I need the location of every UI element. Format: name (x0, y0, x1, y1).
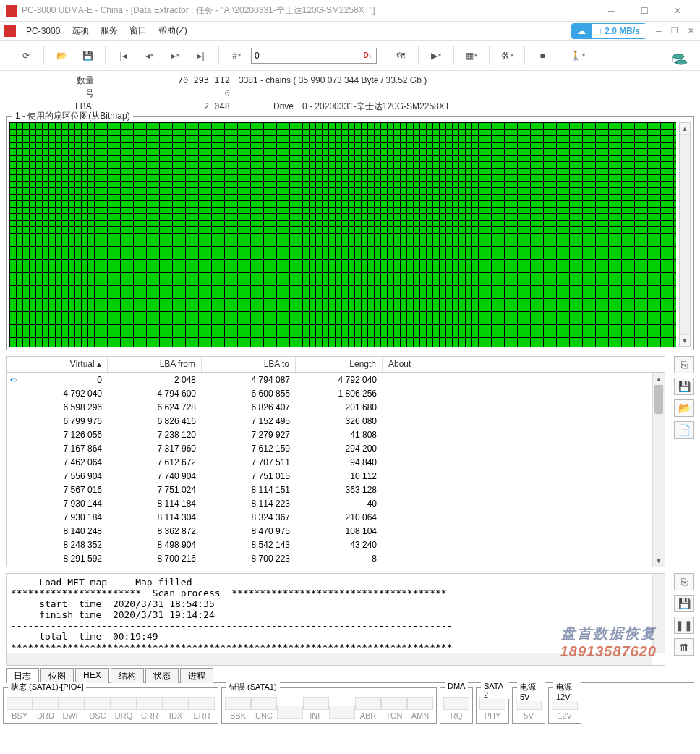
mdi-close-button[interactable]: ✕ (684, 25, 697, 38)
grid-view-button[interactable]: ▦ (460, 44, 483, 67)
table-header: Virtual ▴LBA fromLBA toLengthAbout (7, 357, 665, 373)
table-cell: 8 114 151 (202, 485, 296, 495)
tab-1[interactable]: 位图 (40, 668, 74, 683)
tab-3[interactable]: 结构 (111, 668, 144, 683)
table-cell: 8 324 367 (202, 512, 296, 522)
table-cell: 8 498 904 (108, 540, 202, 550)
scroll-up-icon[interactable]: ▲ (653, 373, 665, 385)
scroll-down-icon[interactable]: ▼ (653, 554, 665, 567)
log-pause-button[interactable]: ❚❚ (674, 617, 694, 634)
column-header[interactable]: Virtual ▴ (7, 357, 108, 372)
scroll-up-icon[interactable]: ▲ (680, 123, 690, 135)
close-button[interactable]: ✕ (661, 0, 694, 22)
table-row[interactable]: 8 248 3528 498 9048 542 14343 240 (7, 538, 665, 551)
mdi-restore-button[interactable]: ❐ (668, 25, 681, 38)
table-doc-button[interactable]: 📄 (674, 421, 694, 439)
column-header[interactable]: LBA to (202, 357, 296, 372)
table-row[interactable]: 7 567 0167 751 0248 114 151363 128 (7, 483, 665, 496)
scroll-thumb[interactable] (654, 385, 663, 414)
status-indicator: IDX (163, 697, 189, 720)
table-cell: 7 930 184 (21, 512, 108, 522)
minimize-button[interactable]: ─ (594, 0, 628, 22)
table-cell: 363 128 (296, 485, 383, 495)
refresh-button[interactable]: ⟳ (14, 44, 38, 67)
table-cell: 4 794 600 (108, 389, 202, 399)
log-hscrollbar[interactable] (7, 653, 652, 665)
table-row[interactable]: 7 930 1848 114 3048 324 367210 064 (7, 510, 665, 524)
table-row[interactable]: 8 140 2488 362 8728 470 975108 104 (7, 524, 665, 538)
table-row[interactable]: 7 930 1448 114 1848 114 22340 (7, 496, 665, 510)
prev-button[interactable]: ◂ (137, 44, 161, 67)
chain-table: Virtual ▴LBA fromLBA toLengthAbout ➪02 0… (6, 356, 665, 567)
menu-options[interactable]: 选项 (66, 22, 95, 40)
table-cell: 8 248 352 (21, 540, 108, 550)
tab-5[interactable]: 进程 (180, 668, 213, 683)
table-action-1-button[interactable]: ⎘ (674, 356, 694, 373)
table-save-button[interactable]: 💾 (674, 378, 694, 395)
maximize-button[interactable]: ☐ (628, 0, 661, 22)
tab-4[interactable]: 状态 (145, 668, 179, 683)
table-row[interactable]: 6 799 9766 826 4167 152 495326 080 (7, 414, 665, 428)
status-indicator: TON (381, 697, 407, 720)
table-row[interactable]: 6 598 2966 624 7286 826 407201 680 (7, 400, 665, 414)
status-indicator (329, 706, 355, 720)
play-button[interactable]: ▶ (424, 44, 448, 67)
table-row[interactable]: 8 291 5928 700 2168 700 2238 (7, 551, 665, 565)
map-button[interactable]: 🗺 (389, 44, 412, 67)
table-cell: 8 114 184 (108, 499, 202, 509)
table-open-button[interactable]: 📂 (674, 399, 694, 417)
last-button[interactable]: ▸| (189, 44, 213, 67)
table-cell: 7 740 904 (108, 471, 202, 481)
bitmap-scrollbar[interactable]: ▲ ▼ (679, 122, 691, 347)
status-group-title: 电源 12V (553, 682, 581, 701)
first-button[interactable]: |◂ (111, 44, 135, 67)
table-cell: 7 152 495 (202, 416, 296, 426)
status-indicator: UNC (251, 697, 277, 720)
table-row[interactable]: 7 126 0567 238 1207 279 92741 808 (7, 428, 665, 441)
menu-help[interactable]: 帮助(Z) (153, 22, 192, 40)
scroll-down-icon[interactable]: ▼ (680, 334, 690, 346)
upload-speed-badge[interactable]: ☁ ↑ 2.0 MB/s (571, 23, 646, 39)
status-group-errors: 错误 (SATA1)BBKUNCINFABRTONAMN (221, 687, 437, 724)
table-row[interactable]: 4 792 0404 794 6006 600 8551 806 256 (7, 386, 665, 400)
log-save-button[interactable]: 💾 (674, 595, 694, 612)
save-button[interactable]: 💾 (76, 44, 99, 67)
table-cell: 8 114 304 (108, 512, 202, 522)
table-scrollbar[interactable]: ▲ ▼ (652, 373, 665, 567)
bitmap-grid[interactable] (9, 122, 676, 347)
disk-stack-icon[interactable] (668, 49, 691, 72)
app-icon (6, 5, 17, 17)
grid-mode-button[interactable]: # (225, 44, 248, 67)
app-icon-small (4, 25, 16, 37)
table-row[interactable]: 7 462 0647 612 6727 707 51194 840 (7, 455, 665, 469)
table-row[interactable]: ➪02 0484 794 0874 792 040 (7, 373, 665, 386)
log-trash-button[interactable]: 🗑 (674, 638, 694, 656)
table-cell: 210 064 (296, 512, 383, 522)
table-row[interactable]: 7 167 8647 317 9607 612 159294 200 (7, 441, 665, 455)
log-copy-button[interactable]: ⎘ (674, 573, 694, 590)
tab-2[interactable]: HEX (75, 668, 109, 683)
exit-button[interactable]: 🚶 (566, 44, 589, 67)
tools-button[interactable]: 🛠 (495, 44, 518, 67)
table-cell: 4 794 087 (202, 375, 296, 385)
menu-window[interactable]: 窗口 (124, 22, 153, 40)
next-button[interactable]: ▸ (163, 44, 187, 67)
status-indicator: DRD (33, 697, 59, 720)
column-header[interactable]: About (383, 357, 599, 372)
window-titlebar: PC-3000 UDMA-E - China - [Data Extractor… (0, 0, 700, 22)
tab-0[interactable]: 日志 (6, 668, 39, 683)
address-mode-button[interactable]: D↓ (359, 48, 377, 64)
stop-button[interactable]: ■ (531, 44, 554, 67)
log-vscrollbar[interactable] (652, 574, 665, 653)
open-button[interactable]: 📂 (50, 44, 73, 67)
status-group-title: 状态 (SATA1)-[PIO4] (8, 682, 86, 692)
table-cell: 8 (296, 554, 383, 564)
table-cell: 8 542 143 (202, 540, 296, 550)
menu-app[interactable]: PC-3000 (20, 23, 66, 39)
mdi-minimize-button[interactable]: ─ (652, 25, 665, 38)
column-header[interactable]: LBA from (108, 357, 202, 372)
address-input[interactable] (251, 48, 359, 64)
menu-services[interactable]: 服务 (95, 22, 124, 40)
column-header[interactable]: Length (296, 357, 383, 372)
table-row[interactable]: 7 556 9047 740 9047 751 01510 112 (7, 469, 665, 483)
